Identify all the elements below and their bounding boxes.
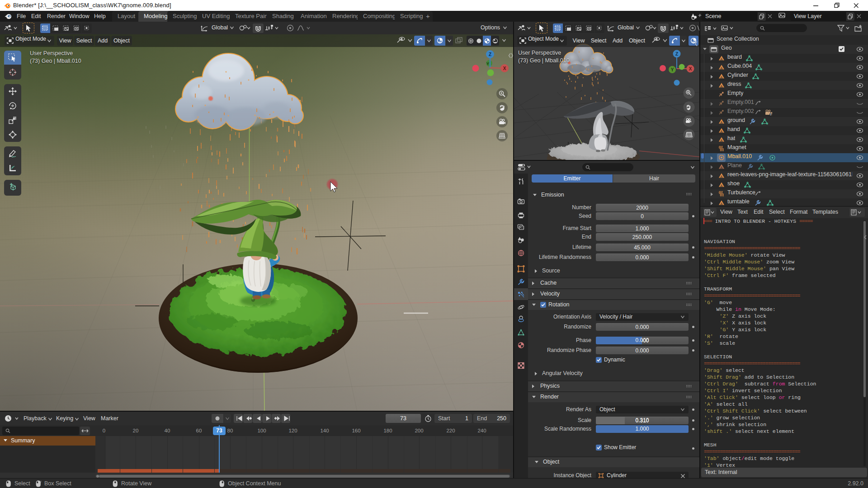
svg-text:Z: Z [489,52,491,57]
svg-text:X: X [689,66,692,71]
svg-text:Z: Z [675,52,678,56]
svg-text:Y: Y [671,67,674,72]
svg-text:X: X [503,66,506,71]
svg-text:Y: Y [486,61,489,66]
